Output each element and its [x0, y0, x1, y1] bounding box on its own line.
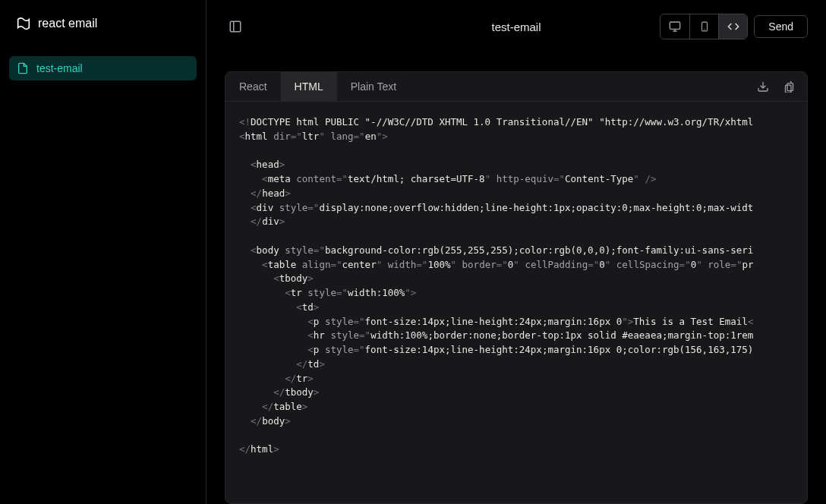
view-mobile-button[interactable] — [689, 14, 718, 39]
code-panel: React HTML Plain Text — [225, 71, 808, 504]
svg-rect-2 — [670, 22, 680, 29]
tab-react[interactable]: React — [225, 72, 281, 101]
send-button[interactable]: Send — [754, 15, 808, 38]
file-icon — [17, 62, 29, 74]
svg-rect-8 — [787, 83, 793, 90]
sidebar-item-test-email[interactable]: test-email — [9, 56, 197, 80]
code-icon — [727, 20, 740, 33]
svg-rect-9 — [785, 85, 791, 93]
download-button[interactable] — [754, 77, 772, 96]
main-panel: test-email — [206, 0, 826, 504]
copy-button[interactable] — [780, 77, 798, 96]
view-desktop-button[interactable] — [660, 14, 689, 39]
svg-rect-0 — [230, 21, 241, 32]
view-mode-toggle — [660, 14, 748, 39]
brand-logo: react email — [9, 15, 197, 47]
tab-html[interactable]: HTML — [281, 72, 337, 101]
tab-plain-text[interactable]: Plain Text — [337, 72, 410, 101]
tabs-row: React HTML Plain Text — [225, 72, 807, 102]
content-area: React HTML Plain Text — [206, 53, 826, 504]
view-code-button[interactable] — [718, 14, 747, 39]
download-icon — [757, 80, 769, 93]
sidebar: react email test-email — [0, 0, 206, 504]
code-viewer[interactable]: <!DOCTYPE html PUBLIC "-//W3C//DTD XHTML… — [225, 102, 807, 503]
brand-name: react email — [38, 17, 97, 30]
monitor-icon — [669, 20, 681, 33]
clipboard-icon — [783, 81, 795, 93]
logo-icon — [15, 15, 32, 32]
collapse-sidebar-button[interactable] — [225, 16, 246, 37]
sidebar-item-label: test-email — [36, 62, 83, 74]
mobile-icon — [699, 20, 710, 33]
page-title: test-email — [491, 20, 541, 33]
header: test-email — [206, 0, 826, 53]
